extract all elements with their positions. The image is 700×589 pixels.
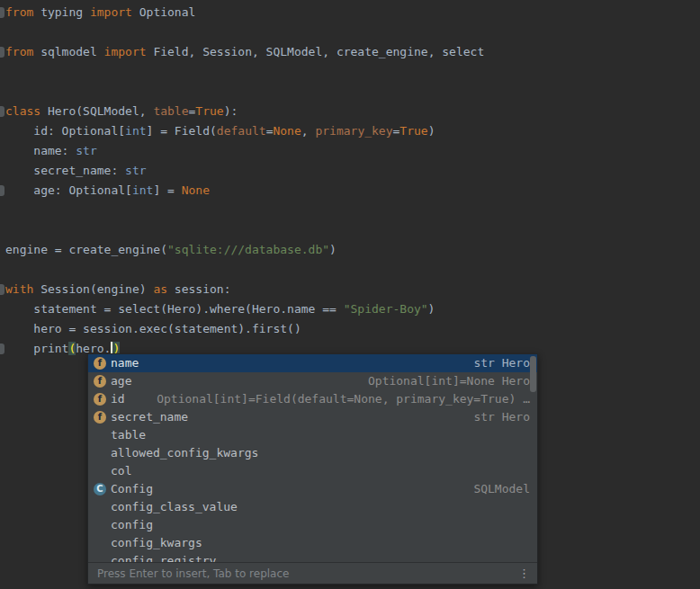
code-token: int xyxy=(125,124,146,138)
code-line[interactable] xyxy=(0,22,700,42)
completion-item[interactable]: config_class_value xyxy=(88,498,537,516)
completion-label: config_class_value xyxy=(111,500,238,513)
code-token: from xyxy=(5,45,33,58)
code-token: , xyxy=(301,124,316,138)
code-token: sqlmodel xyxy=(33,45,103,58)
code-token: Field, Session, SQLModel, create_engine,… xyxy=(147,45,485,58)
completion-footer: Press Enter to insert, Tab to replace ⋮ xyxy=(88,562,537,584)
code-token: engine = create_engine( xyxy=(5,243,167,256)
completion-item[interactable]: config_kwargs xyxy=(88,534,537,552)
code-token: import xyxy=(104,45,147,58)
code-token: id: Optional[ xyxy=(5,124,125,138)
code-token: ] = Field( xyxy=(147,124,217,138)
gutter-marker-icon[interactable] xyxy=(0,106,4,117)
code-token: "sqlite:///database.db" xyxy=(167,243,329,256)
code-line[interactable]: hero = session.exec(statement).first() xyxy=(0,319,700,339)
gutter-marker-icon[interactable] xyxy=(0,344,4,354)
code-token: import xyxy=(90,5,132,19)
completion-hint-text: Press Enter to insert, Tab to replace xyxy=(97,567,289,580)
code-line[interactable]: engine = create_engine("sqlite:///databa… xyxy=(0,240,700,260)
code-token: name: xyxy=(5,144,76,157)
gutter-marker-icon[interactable] xyxy=(0,47,4,58)
code-token: ) xyxy=(428,124,435,138)
code-line[interactable] xyxy=(0,201,700,220)
code-token: Session(engine) xyxy=(33,282,153,296)
completion-label: config_registry xyxy=(111,554,216,562)
code-line[interactable]: class Hero(SQLModel, table=True): xyxy=(0,102,700,121)
code-line[interactable]: with Session(engine) as session: xyxy=(0,280,700,299)
code-token: None xyxy=(182,183,210,197)
popup-scrollbar-thumb[interactable] xyxy=(530,356,536,392)
field-icon: f xyxy=(94,411,106,424)
completion-item[interactable]: config xyxy=(88,516,537,534)
completion-label: col xyxy=(111,464,131,477)
code-token: session: xyxy=(167,282,230,296)
code-token: ) xyxy=(428,302,435,316)
kebab-menu-icon[interactable]: ⋮ xyxy=(518,567,530,580)
code-line[interactable]: age: Optional[int] = None xyxy=(0,181,700,201)
completion-item[interactable]: fageOptional[int]=None Hero xyxy=(88,372,537,390)
autocomplete-popup: fnamestr HerofageOptional[int]=None Hero… xyxy=(87,353,538,585)
code-line[interactable] xyxy=(0,220,700,240)
gutter-marker-icon[interactable] xyxy=(0,185,4,196)
code-line[interactable] xyxy=(0,82,700,102)
field-icon: f xyxy=(94,375,106,388)
code-token: typing xyxy=(33,5,90,19)
code-token: table xyxy=(153,104,188,118)
completion-label: id xyxy=(111,392,125,406)
code-token: from xyxy=(5,5,33,19)
completion-label: secret_name xyxy=(111,410,188,424)
completion-item[interactable]: config_registry xyxy=(88,552,537,562)
code-token: print xyxy=(5,342,68,355)
completion-item[interactable]: fsecret_namestr Hero xyxy=(88,408,537,426)
code-token: ) xyxy=(329,243,337,256)
completion-item[interactable]: table xyxy=(88,426,537,444)
completion-label: name xyxy=(111,356,139,370)
code-token: default xyxy=(217,124,266,138)
completion-label: Config xyxy=(111,482,153,495)
code-token: ): xyxy=(224,104,238,118)
code-line[interactable]: statement = select(Hero).where(Hero.name… xyxy=(0,299,700,319)
code-token: age: Optional[ xyxy=(5,183,132,197)
code-line[interactable]: secret_name: str xyxy=(0,161,700,181)
completion-label: table xyxy=(111,428,146,442)
class-icon: C xyxy=(94,483,106,495)
code-line[interactable]: from sqlmodel import Field, Session, SQL… xyxy=(0,42,700,62)
code-token: statement = select(Hero).where(Hero.name… xyxy=(5,302,344,316)
code-line[interactable] xyxy=(0,62,700,82)
completion-type-hint: Optional[int]=None Hero xyxy=(368,372,530,390)
code-line[interactable]: name: str xyxy=(0,141,700,161)
code-token: hero = session.exec(statement).first() xyxy=(5,322,301,335)
code-token: None xyxy=(273,124,301,138)
code-token: class xyxy=(5,104,40,118)
code-token: True xyxy=(399,124,427,138)
completion-type-hint: str Hero xyxy=(473,408,530,426)
code-token: str xyxy=(76,144,96,157)
completion-label: config xyxy=(111,518,153,531)
code-token: secret_name: xyxy=(5,164,125,177)
gutter-marker-icon[interactable] xyxy=(0,7,4,18)
code-token: Hero(SQLModel, xyxy=(40,104,153,118)
code-token: True xyxy=(195,104,223,118)
code-token: as xyxy=(153,282,167,296)
completion-item[interactable]: fidOptional[int]=Field(default=None, pri… xyxy=(88,390,537,408)
completion-item[interactable]: CConfigSQLModel xyxy=(88,480,537,498)
field-icon: f xyxy=(94,393,106,406)
completion-item[interactable]: col xyxy=(88,462,537,480)
completion-type-hint: str Hero xyxy=(473,354,530,372)
code-line[interactable]: id: Optional[int] = Field(default=None, … xyxy=(0,121,700,141)
field-icon: f xyxy=(94,357,106,370)
completion-label: allowed_config_kwargs xyxy=(111,446,258,460)
completion-label: age xyxy=(111,374,131,388)
code-line[interactable] xyxy=(0,260,700,280)
code-token: with xyxy=(5,282,33,296)
completion-item[interactable]: fnamestr Hero xyxy=(88,354,537,372)
gutter-marker-icon[interactable] xyxy=(0,284,4,295)
code-token: ] = xyxy=(153,183,181,197)
completion-type-hint: SQLModel xyxy=(473,480,530,498)
code-token: int xyxy=(132,183,153,197)
code-token: str xyxy=(125,164,146,177)
code-token: primary_key xyxy=(315,124,392,138)
code-line[interactable]: from typing import Optional xyxy=(0,3,700,22)
completion-item[interactable]: allowed_config_kwargs xyxy=(88,444,537,462)
